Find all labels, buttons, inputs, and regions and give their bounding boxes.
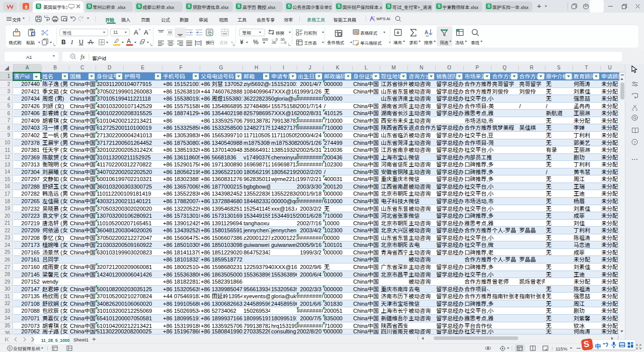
svg-text:A: A xyxy=(425,30,428,35)
svg-text:S: S xyxy=(9,346,11,350)
svg-text:?: ? xyxy=(633,140,636,145)
